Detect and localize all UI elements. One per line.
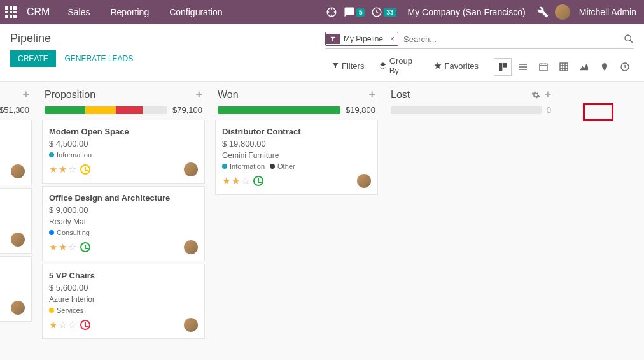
search-bar: My Pipeline × bbox=[325, 32, 634, 49]
kanban-card[interactable]: Chairs bbox=[0, 188, 32, 254]
progress-bar[interactable] bbox=[391, 106, 542, 114]
column-title[interactable]: Lost bbox=[391, 89, 531, 101]
activities-badge: 33 bbox=[384, 8, 396, 17]
view-calendar[interactable] bbox=[535, 58, 552, 76]
view-kanban[interactable] bbox=[494, 58, 512, 76]
column-add-icon[interactable]: + bbox=[195, 88, 202, 101]
kanban-column-proposition: Proposition + $79,100 Modern Open Space … bbox=[37, 82, 210, 347]
support-icon[interactable] bbox=[326, 6, 337, 18]
kanban-card[interactable]: Distributor Contract $ 19,800.00 Gemini … bbox=[215, 120, 378, 195]
filter-icon bbox=[326, 34, 340, 44]
control-panel: Pipeline CREATE GENERATE LEADS My Pipeli… bbox=[0, 24, 644, 82]
svg-rect-3 bbox=[499, 63, 502, 71]
kanban-column-won: Won + $19,800 Distributor Contract $ 19,… bbox=[210, 82, 383, 347]
progress-bar[interactable] bbox=[45, 106, 167, 114]
view-pivot[interactable] bbox=[555, 58, 573, 76]
search-input[interactable] bbox=[403, 34, 624, 44]
column-title[interactable]: Proposition bbox=[45, 89, 195, 101]
svg-point-2 bbox=[625, 35, 631, 41]
activity-clock-icon[interactable] bbox=[253, 176, 263, 186]
kanban-column-lost: Lost + 0 bbox=[383, 82, 556, 347]
user-avatar-icon bbox=[184, 162, 198, 176]
generate-leads-button[interactable]: GENERATE LEADS bbox=[58, 50, 139, 67]
activity-clock-icon[interactable] bbox=[80, 164, 90, 175]
priority-stars[interactable]: ★★☆ bbox=[49, 241, 90, 253]
user-avatar-icon bbox=[184, 240, 198, 254]
user-name[interactable]: Mitchell Admin bbox=[577, 4, 639, 20]
priority-stars[interactable]: ★★☆ bbox=[49, 164, 90, 175]
facet-remove[interactable]: × bbox=[387, 34, 398, 43]
progress-bar[interactable] bbox=[218, 106, 340, 114]
user-avatar-icon bbox=[184, 318, 198, 332]
company-selector[interactable]: My Company (San Francisco) bbox=[403, 4, 531, 20]
nav-configuration[interactable]: Configuration bbox=[162, 2, 230, 22]
facet-label: My Pipeline bbox=[340, 32, 387, 45]
priority-stars[interactable]: ★☆☆ bbox=[49, 319, 90, 331]
view-graph[interactable] bbox=[575, 58, 593, 76]
kanban-card[interactable]: ices bbox=[0, 256, 32, 322]
kanban-card[interactable]: s: Furnitures bbox=[0, 120, 32, 185]
activity-clock-icon[interactable] bbox=[80, 242, 90, 252]
view-map[interactable] bbox=[596, 58, 613, 76]
nav-sales[interactable]: Sales bbox=[60, 2, 97, 22]
app-brand[interactable]: CRM bbox=[22, 6, 55, 18]
user-avatar-icon bbox=[11, 233, 25, 247]
debug-icon[interactable] bbox=[537, 6, 549, 18]
kanban-card[interactable]: Office Design and Architecture $ 9,000.0… bbox=[42, 186, 205, 261]
view-activity[interactable] bbox=[616, 58, 634, 76]
search-facet: My Pipeline × bbox=[325, 32, 398, 46]
column-total: $19,800 bbox=[346, 105, 375, 115]
svg-rect-4 bbox=[503, 63, 507, 68]
kanban-column: + $51,300 s: Furnitures Chairs ices bbox=[0, 82, 37, 347]
discuss-badge: 5 bbox=[356, 8, 365, 17]
create-button[interactable]: CREATE bbox=[10, 50, 56, 67]
column-total: 0 bbox=[547, 105, 551, 115]
favorites-button[interactable]: Favorites bbox=[433, 61, 479, 71]
view-list[interactable] bbox=[514, 58, 532, 76]
activity-clock-icon[interactable] bbox=[80, 320, 90, 330]
activities-icon[interactable]: 33 bbox=[371, 6, 396, 18]
user-avatar-icon bbox=[11, 164, 25, 178]
groupby-button[interactable]: Group By bbox=[379, 56, 417, 75]
column-settings-icon[interactable] bbox=[531, 90, 540, 99]
user-avatar-icon bbox=[11, 301, 25, 315]
column-add-icon[interactable]: + bbox=[368, 88, 375, 101]
kanban-card[interactable]: 5 VP Chairs $ 5,600.00 Azure Interior Se… bbox=[42, 264, 205, 339]
column-total: $79,100 bbox=[172, 105, 202, 115]
page-title: Pipeline bbox=[10, 32, 325, 45]
svg-rect-6 bbox=[560, 63, 568, 71]
kanban-board: + $51,300 s: Furnitures Chairs ices Prop… bbox=[0, 82, 644, 347]
view-switcher bbox=[494, 58, 634, 76]
svg-rect-5 bbox=[540, 64, 547, 71]
column-add-icon[interactable]: + bbox=[22, 88, 29, 101]
user-avatar-icon bbox=[357, 174, 371, 188]
filters-button[interactable]: Filters bbox=[332, 61, 364, 71]
column-add-icon[interactable]: + bbox=[544, 88, 551, 101]
kanban-card[interactable]: Modern Open Space $ 4,500.00 Information… bbox=[42, 120, 205, 184]
nav-reporting[interactable]: Reporting bbox=[102, 2, 157, 22]
column-total: $51,300 bbox=[0, 105, 29, 115]
user-avatar[interactable] bbox=[555, 4, 570, 20]
priority-stars[interactable]: ★★☆ bbox=[222, 175, 263, 187]
apps-icon[interactable] bbox=[5, 6, 17, 18]
discuss-icon[interactable]: 5 bbox=[344, 6, 365, 18]
search-icon[interactable] bbox=[624, 34, 634, 44]
column-title[interactable]: Won bbox=[218, 89, 368, 101]
navbar: CRM Sales Reporting Configuration 5 33 M… bbox=[0, 0, 644, 24]
